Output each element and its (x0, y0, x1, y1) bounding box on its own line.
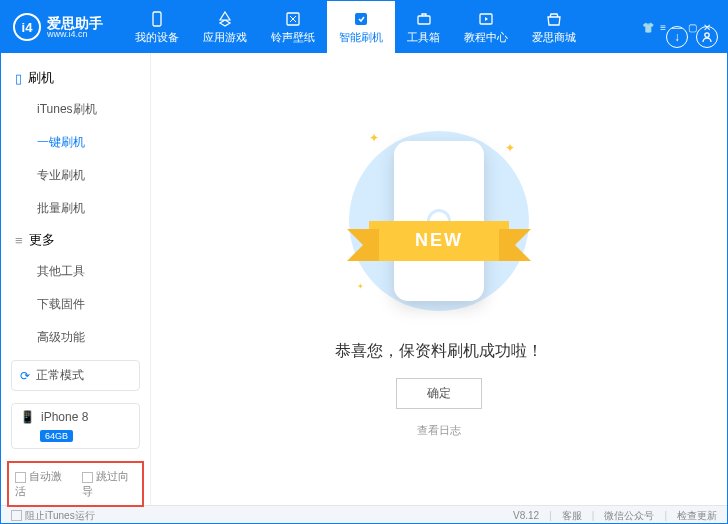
tab-label: 应用游戏 (203, 30, 247, 45)
sidebar-section: ≡更多 (1, 225, 150, 255)
sidebar-item[interactable]: 高级功能 (1, 321, 150, 354)
device-icon (148, 10, 166, 28)
view-log-link[interactable]: 查看日志 (417, 423, 461, 438)
app-logo: i4 爱思助手 www.i4.cn (1, 13, 115, 41)
user-icon[interactable] (696, 26, 718, 48)
sidebar-item[interactable]: 一键刷机 (1, 126, 150, 159)
mode-label: 正常模式 (36, 367, 84, 384)
sidebar-item[interactable]: 批量刷机 (1, 192, 150, 225)
toolbox-icon (415, 10, 433, 28)
tab-ringtone[interactable]: 铃声壁纸 (259, 1, 327, 53)
sidebar-item[interactable]: 下载固件 (1, 288, 150, 321)
new-ribbon: NEW (369, 221, 509, 261)
success-message: 恭喜您，保资料刷机成功啦！ (335, 341, 543, 362)
phone-icon: 📱 (20, 410, 35, 424)
device-storage: 64GB (40, 430, 73, 442)
sidebar: ▯刷机iTunes刷机一键刷机专业刷机批量刷机≡更多其他工具下载固件高级功能 ⟳… (1, 53, 151, 505)
device-box[interactable]: 📱 iPhone 8 64GB (11, 403, 140, 449)
sidebar-item[interactable]: iTunes刷机 (1, 93, 150, 126)
bottom-options: 自动激活跳过向导 (7, 461, 144, 507)
svg-rect-3 (418, 16, 430, 24)
footer-link-update[interactable]: 检查更新 (677, 509, 717, 523)
phone-icon: ▯ (15, 71, 22, 86)
refresh-icon: ⟳ (20, 369, 30, 383)
brand-url: www.i4.cn (47, 30, 103, 39)
option-checkbox[interactable]: 跳过向导 (82, 469, 137, 499)
success-illustration: ✦ ✦ ✦ NEW (339, 121, 539, 321)
version-label: V8.12 (513, 510, 539, 521)
sidebar-section: ▯刷机 (1, 63, 150, 93)
option-checkbox[interactable]: 自动激活 (15, 469, 70, 499)
tab-label: 我的设备 (135, 30, 179, 45)
apps-icon (216, 10, 234, 28)
download-icon[interactable]: ↓ (666, 26, 688, 48)
svg-point-5 (705, 33, 709, 37)
ok-button[interactable]: 确定 (396, 378, 482, 409)
sidebar-item[interactable]: 专业刷机 (1, 159, 150, 192)
app-header: i4 爱思助手 www.i4.cn 我的设备应用游戏铃声壁纸智能刷机工具箱教程中… (1, 1, 727, 53)
svg-rect-0 (153, 12, 161, 26)
logo-icon: i4 (13, 13, 41, 41)
tutorial-icon (477, 10, 495, 28)
tab-toolbox[interactable]: 工具箱 (395, 1, 452, 53)
brand-name: 爱思助手 (47, 16, 103, 30)
block-itunes-checkbox[interactable]: 阻止iTunes运行 (11, 509, 95, 523)
sidebar-item[interactable]: 其他工具 (1, 255, 150, 288)
main-tabs: 我的设备应用游戏铃声壁纸智能刷机工具箱教程中心爱思商城 (123, 1, 588, 53)
tab-device[interactable]: 我的设备 (123, 1, 191, 53)
tab-flash[interactable]: 智能刷机 (327, 1, 395, 53)
svg-rect-2 (355, 13, 367, 25)
more-icon: ≡ (15, 233, 23, 248)
tab-store[interactable]: 爱思商城 (520, 1, 588, 53)
tab-label: 工具箱 (407, 30, 440, 45)
mode-box[interactable]: ⟳ 正常模式 (11, 360, 140, 391)
main-content: ✦ ✦ ✦ NEW 恭喜您，保资料刷机成功啦！ 确定 查看日志 (151, 53, 727, 505)
tab-label: 智能刷机 (339, 30, 383, 45)
tab-label: 爱思商城 (532, 30, 576, 45)
tab-label: 铃声壁纸 (271, 30, 315, 45)
device-name: iPhone 8 (41, 410, 88, 424)
footer-link-wechat[interactable]: 微信公众号 (604, 509, 654, 523)
flash-icon (352, 10, 370, 28)
footer-link-support[interactable]: 客服 (562, 509, 582, 523)
tab-apps[interactable]: 应用游戏 (191, 1, 259, 53)
ringtone-icon (284, 10, 302, 28)
tab-label: 教程中心 (464, 30, 508, 45)
status-bar: 阻止iTunes运行 V8.12 | 客服 | 微信公众号 | 检查更新 (1, 505, 727, 524)
tab-tutorial[interactable]: 教程中心 (452, 1, 520, 53)
shirt-icon[interactable]: 👕 (642, 22, 654, 33)
store-icon (545, 10, 563, 28)
